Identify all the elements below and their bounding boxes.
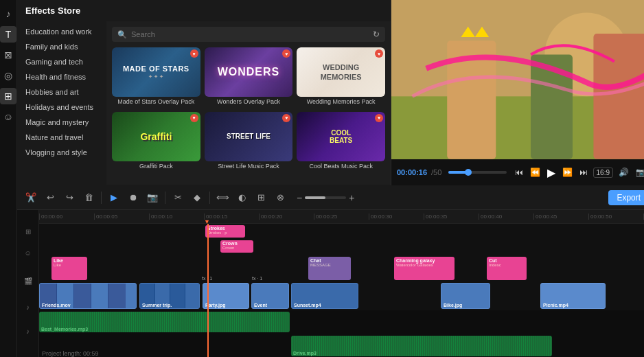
effects-categories: Education and work Family and kids Gamin… bbox=[17, 21, 106, 185]
play-icon[interactable]: ▶ bbox=[546, 165, 557, 181]
timeline-ruler: 00:00:00 00:00:05 00:00:10 00:00:15 00:0… bbox=[39, 210, 644, 224]
effects-grid: MADE OF STARS ✦ ✦ ✦ ♥ Made of Stars Over… bbox=[112, 47, 385, 172]
search-input[interactable] bbox=[131, 30, 369, 38]
music-icon[interactable]: ♪ bbox=[0, 5, 16, 22]
friends-clip[interactable]: Friends.mov bbox=[39, 283, 137, 309]
sunset-clip[interactable]: Sunset.mp4 bbox=[291, 283, 358, 309]
ruler-mark: 00:00:05 bbox=[94, 214, 149, 220]
picnic-clip[interactable]: Picnic.mp4 bbox=[540, 283, 606, 309]
track-ctrl-audio2[interactable]: ♪ bbox=[17, 319, 38, 343]
ruler-mark: 00:00:45 bbox=[533, 214, 588, 220]
track-ctrl-audio1[interactable]: ♪ bbox=[17, 295, 38, 319]
zoom-slider[interactable] bbox=[305, 196, 346, 199]
cut-clip[interactable]: Cut Iridesc bbox=[487, 257, 527, 280]
crown-clip[interactable]: Crown Crown bbox=[220, 240, 253, 253]
merge-icon[interactable]: ⊗ bbox=[272, 189, 288, 206]
cat-vlogging[interactable]: Vlogging and style bbox=[17, 145, 106, 160]
cut-icon[interactable]: ✂ bbox=[170, 189, 186, 206]
best-memories-clip[interactable]: Best_Memories.mp3 bbox=[39, 312, 290, 332]
text-icon[interactable]: T bbox=[0, 26, 16, 43]
project-length: Project length: 00:59 bbox=[42, 350, 99, 357]
aspect-ratio[interactable]: 16:9 bbox=[593, 168, 613, 178]
progress-dot bbox=[465, 169, 472, 176]
effects-toolbar-icon[interactable]: ⊞ bbox=[253, 189, 269, 206]
step-forward-icon[interactable]: ⏩ bbox=[561, 166, 574, 178]
svg-rect-5 bbox=[593, 34, 644, 159]
audio-sync-icon[interactable]: ⟺ bbox=[214, 189, 231, 206]
bike-clip[interactable]: Bike.jpg bbox=[441, 283, 490, 309]
audio-track-2: Drive.mp3 bbox=[39, 334, 644, 357]
cat-health[interactable]: Health and fitness bbox=[17, 69, 106, 84]
effect-badge: ♥ bbox=[282, 114, 290, 122]
zoom-out-icon[interactable]: − bbox=[297, 192, 302, 203]
chat-clip[interactable]: Chat MESSAGE bbox=[308, 257, 351, 280]
cat-nature[interactable]: Nature and travel bbox=[17, 130, 106, 145]
export-button[interactable]: Export ▼ bbox=[608, 190, 644, 205]
timeline-scroll-area[interactable]: 00:00:00 00:00:05 00:00:10 00:00:15 00:0… bbox=[39, 210, 644, 357]
cat-magic[interactable]: Magic and mystery bbox=[17, 115, 106, 130]
effect-streetlife[interactable]: STREET LIFE ♥ Street Life Music Pack bbox=[205, 112, 293, 172]
strokes-clip[interactable]: Strokes Strokes · p bbox=[205, 225, 245, 238]
volume-icon[interactable]: 🔊 bbox=[617, 166, 630, 178]
effects-icon[interactable]: ◎ bbox=[0, 67, 16, 84]
summer-trip-clip[interactable]: Summer trip. bbox=[139, 283, 200, 309]
charming-galaxy-clip[interactable]: Charming galaxy Watercolor Galaxies bbox=[394, 257, 455, 280]
undo-icon[interactable]: ↩ bbox=[42, 189, 58, 206]
cat-hobbies[interactable]: Hobbies and art bbox=[17, 84, 106, 100]
skip-forward-icon[interactable]: ⏭ bbox=[578, 166, 589, 178]
preview-panel: 00:00:16 /50 ⏮ ⏪ ▶ ⏩ ⏭ 16:9 🔊 📷 ⋯ bbox=[391, 0, 644, 185]
fx-label-2: fx · 1 bbox=[252, 276, 262, 281]
effect-made-of-stars[interactable]: MADE OF STARS ✦ ✦ ✦ ♥ Made of Stars Over… bbox=[112, 47, 200, 108]
screenshot-icon[interactable]: 📷 bbox=[634, 166, 644, 178]
like-clip[interactable]: Like Like bbox=[51, 257, 87, 280]
refresh-icon[interactable]: ↻ bbox=[373, 30, 380, 39]
effect-badge: ♥ bbox=[190, 49, 198, 58]
overlay-icon[interactable]: ⊞ bbox=[0, 88, 16, 104]
split-icon[interactable]: ✂️ bbox=[23, 189, 39, 206]
cat-gaming[interactable]: Gaming and tech bbox=[17, 54, 106, 69]
effect-badge: ♥ bbox=[375, 49, 383, 58]
timeline-content: ⊞ ☺ 🎬 ♪ ♪ 00:00:00 00:00:05 00:00:10 00: bbox=[17, 210, 644, 357]
effect-label: Street Life Music Pack bbox=[205, 161, 293, 172]
transition-icon[interactable]: ⊠ bbox=[0, 47, 16, 63]
zoom-in-icon[interactable]: + bbox=[349, 192, 354, 203]
step-back-icon[interactable]: ⏪ bbox=[529, 166, 542, 178]
delete-icon[interactable]: 🗑 bbox=[80, 189, 97, 206]
effect-label: Cool Beats Music Pack bbox=[297, 161, 385, 172]
effect-wonders[interactable]: WONDERS ♥ Wonders Overlay Pack bbox=[205, 47, 293, 108]
ruler-mark: 00:00:20 bbox=[259, 214, 314, 220]
redo-icon[interactable]: ↪ bbox=[61, 189, 78, 206]
stickers-track: Like Like Chat MESSAGE Charming galaxy bbox=[39, 254, 644, 281]
skip-back-icon[interactable]: ⏮ bbox=[514, 166, 525, 178]
stickers-icon[interactable]: ☺ bbox=[0, 108, 16, 125]
effect-wedding[interactable]: WEDDINGMEMORIES ♥ Wedding Memories Pack bbox=[297, 47, 385, 108]
record-icon[interactable]: ⏺ bbox=[125, 189, 141, 206]
effect-coolbeats[interactable]: COOLBEATS ♥ Cool Beats Music Pack bbox=[297, 112, 385, 172]
cat-family[interactable]: Family and kids bbox=[17, 39, 106, 54]
preview-image bbox=[391, 0, 644, 159]
play-toolbar-icon[interactable]: ▶ bbox=[106, 189, 122, 206]
toolbar-divider3 bbox=[209, 192, 210, 204]
effect-badge: ♥ bbox=[375, 114, 383, 122]
progress-bar[interactable] bbox=[448, 171, 506, 174]
zoom-fill bbox=[305, 196, 325, 199]
effect-graffiti[interactable]: Graffiti ♥ Graffiti Pack bbox=[112, 112, 200, 172]
snapshot-icon[interactable]: 📷 bbox=[144, 189, 161, 206]
drive-mp3-clip[interactable]: Drive.mp3 bbox=[291, 336, 552, 356]
event-clip[interactable]: Event bbox=[251, 283, 289, 309]
cat-education[interactable]: Education and work bbox=[17, 24, 106, 39]
cat-holidays[interactable]: Holidays and events bbox=[17, 100, 106, 115]
effects-main: 🔍 ↻ MADE OF STARS bbox=[106, 21, 391, 185]
timeline-section: ✂️ ↩ ↪ 🗑 ▶ ⏺ 📷 ✂ ◆ ⟺ ◐ ⊞ ⊗ − bbox=[17, 185, 644, 357]
effect-label: Made of Stars Overlay Pack bbox=[112, 97, 200, 108]
zoom-controls: − + bbox=[297, 192, 354, 203]
timeline-tracks: ▼ Strokes Strokes · p Crown bbox=[39, 224, 644, 357]
color-icon[interactable]: ◐ bbox=[233, 189, 250, 206]
party-clip[interactable]: Party.jpg bbox=[203, 283, 249, 309]
track-ctrl-stickers[interactable]: ☺ bbox=[17, 239, 38, 266]
track-ctrl-overlay[interactable]: ⊞ bbox=[17, 224, 38, 239]
marker-icon[interactable]: ◆ bbox=[189, 189, 205, 206]
export-label: Export bbox=[617, 193, 641, 203]
track-ctrl-video[interactable]: 🎬 bbox=[17, 266, 38, 295]
ruler-mark: 00:00:10 bbox=[149, 214, 204, 220]
